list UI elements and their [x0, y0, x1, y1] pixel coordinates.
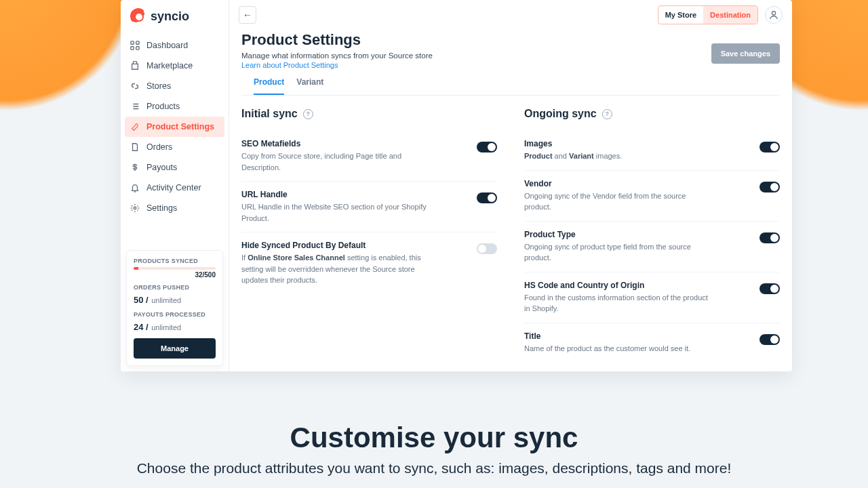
products-synced-progress: [134, 267, 216, 270]
page-header: Product Settings Manage what information…: [229, 24, 792, 69]
svg-rect-3: [136, 47, 139, 49]
sidebar-item-label: Settings: [146, 203, 177, 213]
payouts-processed-value: 24 /: [134, 322, 149, 332]
brand-icon: [130, 8, 146, 24]
topbar: ← My Store Destination: [229, 0, 792, 24]
help-icon[interactable]: ?: [303, 109, 313, 119]
manage-button[interactable]: Manage: [134, 338, 216, 359]
my-store-tab[interactable]: My Store: [658, 6, 703, 24]
orders-pushed-label: ORDERS PUSHED: [134, 284, 216, 291]
products-synced-label: PRODUCTS SYNCED: [134, 258, 216, 264]
initial-sync-column: Initial sync ? SEO Metafields Copy from …: [241, 108, 497, 371]
vendor-toggle[interactable]: [760, 182, 780, 192]
row-title: HS Code and Country of Origin: [524, 281, 714, 290]
nav: Dashboard Marketplace Stores Products Pr…: [121, 31, 229, 218]
bell-icon: [130, 183, 140, 192]
tab-product[interactable]: Product: [254, 77, 284, 95]
payouts-processed-label: PAYOUTS PROCESSED: [134, 311, 216, 318]
settings-columns: Initial sync ? SEO Metafields Copy from …: [229, 96, 792, 371]
title-toggle[interactable]: [760, 334, 780, 345]
row-desc: Ongoing sync of product type field from …: [524, 241, 714, 264]
sidebar: syncio Dashboard Marketplace Stores Prod…: [121, 0, 229, 371]
sidebar-item-settings[interactable]: Settings: [121, 198, 229, 218]
row-title: Images: [524, 139, 622, 148]
payouts-processed-unit: unlimited: [151, 323, 181, 331]
row-desc: Copy from Source store, including Page t…: [241, 150, 431, 173]
initial-sync-heading: Initial sync: [241, 108, 298, 120]
row-title: Hide Synced Product By Default: [241, 241, 431, 250]
back-button[interactable]: ←: [239, 6, 256, 24]
sidebar-item-label: Payouts: [146, 163, 177, 172]
gear-icon: [130, 203, 140, 213]
ongoing-sync-heading: Ongoing sync: [524, 108, 597, 120]
usage-card: PRODUCTS SYNCED 32/500 ORDERS PUSHED 50 …: [126, 250, 223, 366]
hero: Customise your sync Choose the product a…: [0, 422, 868, 479]
svg-rect-0: [131, 41, 134, 44]
sidebar-item-label: Orders: [146, 142, 172, 152]
hide-synced-toggle[interactable]: [477, 243, 497, 254]
hero-title: Customise your sync: [0, 422, 868, 454]
sidebar-item-stores[interactable]: Stores: [121, 76, 229, 96]
store-type-switch[interactable]: My Store Destination: [658, 5, 758, 24]
row-title: Title: [524, 331, 690, 341]
row-title: Vendor: [524, 179, 714, 188]
products-synced-value: 32/500: [134, 271, 216, 279]
url-handle-toggle[interactable]: [477, 192, 497, 203]
setting-hide-synced: Hide Synced Product By Default If Online…: [241, 232, 497, 294]
tabs: Product Variant: [241, 69, 780, 96]
tab-variant[interactable]: Variant: [296, 77, 323, 95]
sidebar-item-label: Marketplace: [146, 61, 193, 70]
user-icon: [769, 10, 778, 20]
save-changes-button[interactable]: Save changes: [711, 43, 780, 64]
orders-pushed-value: 50 /: [134, 295, 149, 305]
hero-subtitle: Choose the product attributes you want t…: [0, 458, 868, 479]
svg-point-4: [134, 207, 136, 209]
brand-name: syncio: [151, 9, 189, 24]
row-desc: URL Handle in the Website SEO section of…: [241, 201, 431, 224]
sidebar-item-marketplace[interactable]: Marketplace: [121, 56, 229, 76]
setting-url-handle: URL Handle URL Handle in the Website SEO…: [241, 182, 497, 232]
sidebar-item-label: Dashboard: [146, 41, 188, 50]
learn-link[interactable]: Learn about Product Settings: [241, 61, 433, 69]
sidebar-item-payouts[interactable]: Payouts: [121, 157, 229, 178]
seo-metafields-toggle[interactable]: [477, 142, 497, 152]
sidebar-item-product-settings[interactable]: Product Settings: [125, 117, 224, 137]
row-desc: Name of the product as the customer woul…: [524, 343, 690, 354]
list-icon: [130, 102, 140, 111]
app-window: syncio Dashboard Marketplace Stores Prod…: [121, 0, 792, 371]
setting-images: Images Product and Variant images.: [524, 131, 780, 171]
row-desc: If Online Store Sales Channel setting is…: [241, 252, 431, 286]
sidebar-item-label: Products: [146, 102, 180, 111]
orders-pushed-unit: unlimited: [151, 296, 181, 304]
sidebar-item-activity-center[interactable]: Activity Center: [121, 178, 229, 198]
sidebar-item-orders[interactable]: Orders: [121, 137, 229, 157]
link-icon: [130, 81, 140, 91]
sidebar-item-label: Stores: [146, 81, 171, 91]
row-title: Product Type: [524, 230, 714, 239]
row-title: SEO Metafields: [241, 139, 431, 148]
images-toggle[interactable]: [760, 142, 780, 152]
dollar-icon: [130, 163, 140, 172]
main: ← My Store Destination Product Settings …: [229, 0, 792, 371]
sidebar-item-products[interactable]: Products: [121, 96, 229, 117]
setting-title: Title Name of the product as the custome…: [524, 323, 780, 363]
setting-seo-metafields: SEO Metafields Copy from Source store, i…: [241, 131, 497, 182]
destination-tab[interactable]: Destination: [703, 6, 757, 24]
row-desc: Found in the customs information section…: [524, 292, 714, 314]
bag-icon: [130, 61, 140, 70]
help-icon[interactable]: ?: [602, 109, 612, 119]
brand-logo[interactable]: syncio: [121, 0, 229, 31]
setting-hs-code-origin: HS Code and Country of Origin Found in t…: [524, 272, 780, 323]
product-type-toggle[interactable]: [760, 232, 780, 243]
sidebar-item-label: Activity Center: [146, 183, 201, 192]
sidebar-item-dashboard[interactable]: Dashboard: [121, 35, 229, 56]
svg-point-5: [772, 12, 775, 15]
hs-code-toggle[interactable]: [760, 283, 780, 294]
svg-rect-2: [131, 47, 134, 49]
file-icon: [130, 142, 140, 152]
sidebar-item-label: Product Settings: [146, 122, 214, 131]
profile-button[interactable]: [765, 6, 783, 24]
wrench-icon: [130, 122, 140, 131]
setting-product-type: Product Type Ongoing sync of product typ…: [524, 222, 780, 272]
ongoing-sync-column: Ongoing sync ? Images Product and Varian…: [524, 108, 780, 371]
